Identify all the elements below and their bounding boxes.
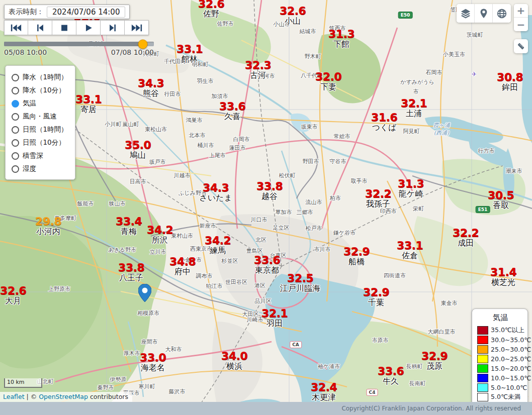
marker-icon: [478, 8, 489, 19]
layer-option-積雪深[interactable]: 積雪深: [12, 149, 70, 162]
radio-icon[interactable]: [12, 113, 19, 121]
weather-map-app: 佐野市小山市足利市笠間市茨城町小美玉市石岡市かすみがうら市霞ヶ浦(西浦)行方市潮…: [0, 0, 532, 415]
timeline-handle[interactable]: [138, 39, 147, 49]
attribution-suffix: contributors: [88, 393, 128, 400]
legend-row: 5.0~10.0℃: [477, 383, 523, 392]
layer-option-label: 積雪深: [23, 151, 43, 160]
layer-option-風向・風速[interactable]: 風向・風速: [12, 110, 70, 123]
play-icon: [83, 24, 94, 32]
legend-label: 5.0~10.0℃: [491, 384, 527, 391]
timeline-end-label: 07/08 10:00: [111, 48, 154, 56]
legend-row: 25.0~30.0℃: [477, 345, 523, 354]
zoom-in-button[interactable]: +: [514, 4, 528, 18]
layer-option-日照（1時間）[interactable]: 日照（1時間）: [12, 123, 70, 136]
layer-option-label: 降水（1時間）: [23, 73, 68, 82]
legend-swatch: [477, 326, 488, 335]
display-time-label: 表示時刻：: [9, 8, 44, 17]
step-forward-button[interactable]: [101, 20, 125, 35]
legend-row: 5.0℃未満: [477, 393, 523, 401]
legend-label: 15.0~20.0℃: [491, 365, 531, 372]
osm-link[interactable]: OpenStreetMap: [39, 393, 88, 400]
layer-select-panel: 降水（1時間）降水（10分）気温風向・風速日照（1時間）日照（10分）積雪深湿度: [5, 65, 75, 180]
map-tool-buttons: [457, 4, 511, 23]
timeline-slider[interactable]: 05/08 10:00 07/08 10:00: [4, 42, 154, 56]
radio-icon[interactable]: [12, 152, 19, 160]
step-back-button[interactable]: [28, 20, 52, 35]
legend-swatch: [477, 336, 488, 344]
radio-icon[interactable]: [12, 87, 19, 94]
playback-controls: [4, 20, 149, 35]
radio-icon[interactable]: [12, 165, 19, 173]
legend-row: 10.0~15.0℃: [477, 374, 523, 382]
globe-icon: [496, 8, 507, 19]
layers-button[interactable]: [457, 4, 475, 23]
layers-icon: [460, 8, 471, 19]
stop-icon: [59, 24, 70, 32]
layer-option-label: 日照（1時間）: [23, 125, 68, 134]
skip-start-button[interactable]: [4, 20, 28, 35]
legend-swatch: [477, 383, 488, 392]
layer-option-気温[interactable]: 気温: [12, 97, 70, 110]
leaflet-attribution: Leaflet | © OpenStreetMap contributors: [0, 392, 132, 402]
legend-label: 5.0℃未満: [491, 393, 520, 401]
globe-button[interactable]: [493, 4, 511, 23]
skip-end-icon: [131, 24, 142, 32]
legend-label: 30.0~35.0℃: [491, 336, 531, 344]
play-button[interactable]: [76, 20, 101, 35]
leaflet-link[interactable]: Leaflet: [3, 393, 25, 400]
scale-bar: 10 km: [4, 378, 42, 388]
timeline-progress: [4, 42, 143, 46]
step-forward-icon: [107, 24, 118, 32]
legend-swatch: [477, 355, 488, 363]
zoom-control: + −: [514, 4, 528, 31]
legend-swatch: [477, 374, 488, 382]
layer-option-降水（1時間）[interactable]: 降水（1時間）: [12, 71, 70, 84]
legend-row: 30.0~35.0℃: [477, 336, 523, 344]
legend-label: 35.0℃以上: [491, 326, 524, 335]
layer-option-日照（10分）[interactable]: 日照（10分）: [12, 136, 70, 149]
skip-start-icon: [11, 24, 22, 32]
skip-end-button[interactable]: [125, 20, 149, 35]
radio-icon[interactable]: [12, 139, 19, 147]
radio-selected-icon[interactable]: [12, 100, 19, 108]
layer-option-降水（10分）[interactable]: 降水（10分）: [12, 84, 70, 97]
timeline-track[interactable]: [4, 42, 154, 46]
legend-label: 25.0~30.0℃: [491, 346, 531, 353]
legend-label: 10.0~15.0℃: [491, 374, 531, 382]
zoom-out-button[interactable]: −: [514, 18, 528, 31]
legend-title: 気温: [477, 313, 523, 323]
ruler-icon: [517, 41, 525, 52]
layer-option-label: 日照（10分）: [23, 138, 65, 147]
radio-icon[interactable]: [12, 126, 19, 134]
attribution-separator: | ©: [25, 393, 39, 400]
layer-option-label: 気温: [23, 99, 36, 108]
display-time-value[interactable]: 2024/07/06 14:00: [47, 7, 125, 18]
map-canvas[interactable]: [0, 0, 532, 415]
legend-label: 20.0~25.0℃: [491, 355, 531, 363]
location-marker-icon[interactable]: [138, 284, 151, 302]
layer-option-label: 風向・風速: [23, 112, 57, 121]
legend-row: 15.0~20.0℃: [477, 364, 523, 373]
stop-button[interactable]: [52, 20, 76, 35]
layer-option-label: 降水（10分）: [23, 86, 65, 95]
marker-button[interactable]: [475, 4, 493, 23]
legend-row: 35.0℃以上: [477, 326, 523, 335]
copyright-bar: Copyright(C) Franklin Japan Corporation.…: [0, 402, 532, 415]
legend-row: 20.0~25.0℃: [477, 355, 523, 363]
timeline-start-label: 05/08 10:00: [4, 48, 47, 56]
temperature-legend: 気温 35.0℃以上30.0~35.0℃25.0~30.0℃20.0~25.0℃…: [472, 308, 528, 407]
step-back-icon: [35, 24, 46, 32]
radio-icon[interactable]: [12, 74, 19, 81]
layer-option-湿度[interactable]: 湿度: [12, 162, 70, 175]
display-time-panel: 表示時刻： 2024/07/06 14:00: [4, 5, 130, 19]
legend-swatch: [477, 364, 488, 373]
legend-swatch: [477, 393, 488, 401]
legend-swatch: [477, 345, 488, 354]
layer-option-label: 湿度: [23, 164, 36, 173]
measure-button[interactable]: [514, 39, 528, 53]
